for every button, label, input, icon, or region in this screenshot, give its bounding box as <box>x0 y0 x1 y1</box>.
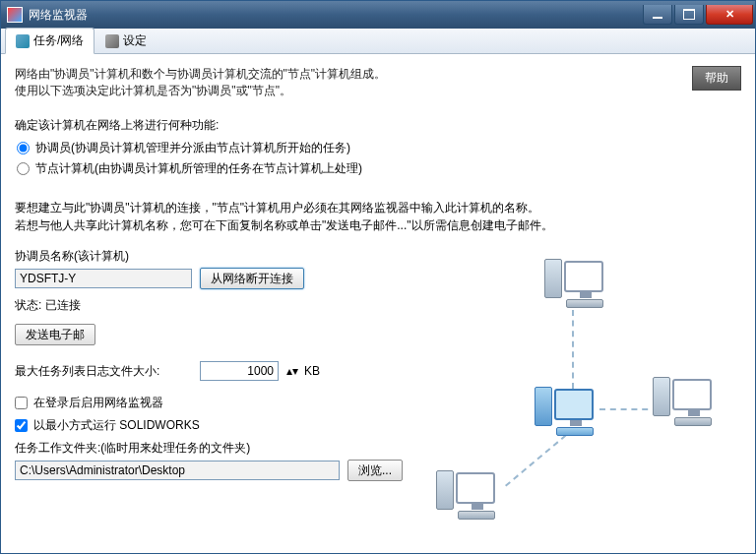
tasks-network-icon <box>16 34 30 48</box>
spinner-icon[interactable]: ▴▾ <box>286 364 296 378</box>
connection-line <box>505 435 567 487</box>
connection-line <box>599 408 659 410</box>
radio-label: 节点计算机(由协调员计算机所管理的任务在节点计算机上处理) <box>35 160 362 177</box>
computer-center-icon <box>535 379 594 438</box>
intro-line: 使用以下选项决定此计算机是否为"协调员"或"节点"。 <box>15 83 741 99</box>
intro-line: 网络由"协调员"计算机和数个与协调员计算机交流的"节点"计算机组成。 <box>15 66 741 83</box>
log-size-unit: KB <box>304 364 320 378</box>
coordinator-name-input[interactable] <box>15 269 192 288</box>
help-button[interactable]: 帮助 <box>692 66 741 91</box>
network-illustration <box>416 251 731 546</box>
close-button[interactable] <box>706 5 753 25</box>
radio-node-input[interactable] <box>17 162 30 175</box>
computer-icon <box>653 369 712 428</box>
computer-icon <box>436 462 495 522</box>
checkbox-run-minimized-input[interactable] <box>15 419 28 432</box>
checkbox-start-on-login-input[interactable] <box>15 397 28 409</box>
status-label: 状态: <box>15 298 41 312</box>
computer-icon <box>544 251 603 310</box>
log-size-label: 最大任务列表日志文件大小: <box>15 363 192 380</box>
window-title: 网络监视器 <box>29 7 641 24</box>
browse-button[interactable]: 浏览... <box>347 460 403 481</box>
app-icon <box>7 7 23 23</box>
log-size-input[interactable] <box>200 361 279 381</box>
tab-bar: 任务/网络 设定 <box>1 29 755 54</box>
checkbox-label: 以最小方式运行 SOLIDWORKS <box>33 417 200 434</box>
disconnect-button[interactable]: 从网络断开连接 <box>200 268 304 289</box>
content-panel: 网络由"协调员"计算机和数个与协调员计算机交流的"节点"计算机组成。 使用以下选… <box>1 54 755 553</box>
para-line: 要想建立与此"协调员"计算机的连接，"节点"计算机用户必须在其网络监视器中输入此… <box>15 199 741 216</box>
radio-label: 协调员(协调员计算机管理并分派由节点计算机所开始的任务) <box>35 140 350 156</box>
tab-label: 任务/网络 <box>33 32 84 49</box>
send-email-button[interactable]: 发送电子邮 <box>15 324 95 345</box>
tab-settings[interactable]: 设定 <box>94 28 158 53</box>
window-buttons <box>641 5 753 25</box>
tab-tasks-network[interactable]: 任务/网络 <box>5 28 94 54</box>
minimize-button[interactable] <box>643 5 672 25</box>
app-window: 网络监视器 任务/网络 设定 网络由"协调员"计算机和数个与协调员计算机交流的"… <box>0 0 756 554</box>
para-line: 若想与他人共享此计算机名称，您可在下面复制名称或单击"发送电子邮件..."以所需… <box>15 216 741 234</box>
settings-icon <box>105 34 119 48</box>
titlebar[interactable]: 网络监视器 <box>1 1 755 29</box>
work-folder-input[interactable] <box>15 461 340 480</box>
tab-label: 设定 <box>123 32 147 49</box>
connection-line <box>572 310 574 389</box>
radio-coordinator-input[interactable] <box>17 142 30 154</box>
status-value: 已连接 <box>45 298 81 312</box>
checkbox-label: 在登录后启用网络监视器 <box>33 395 163 411</box>
role-prompt: 确定该计算机在网络上将进行何种功能: <box>15 117 741 134</box>
intro-text: 网络由"协调员"计算机和数个与协调员计算机交流的"节点"计算机组成。 使用以下选… <box>15 66 741 99</box>
connection-paragraph: 要想建立与此"协调员"计算机的连接，"节点"计算机用户必须在其网络监视器中输入此… <box>15 199 741 234</box>
radio-node[interactable]: 节点计算机(由协调员计算机所管理的任务在节点计算机上处理) <box>17 160 741 177</box>
radio-coordinator[interactable]: 协调员(协调员计算机管理并分派由节点计算机所开始的任务) <box>17 140 741 156</box>
maximize-button[interactable] <box>674 5 704 25</box>
